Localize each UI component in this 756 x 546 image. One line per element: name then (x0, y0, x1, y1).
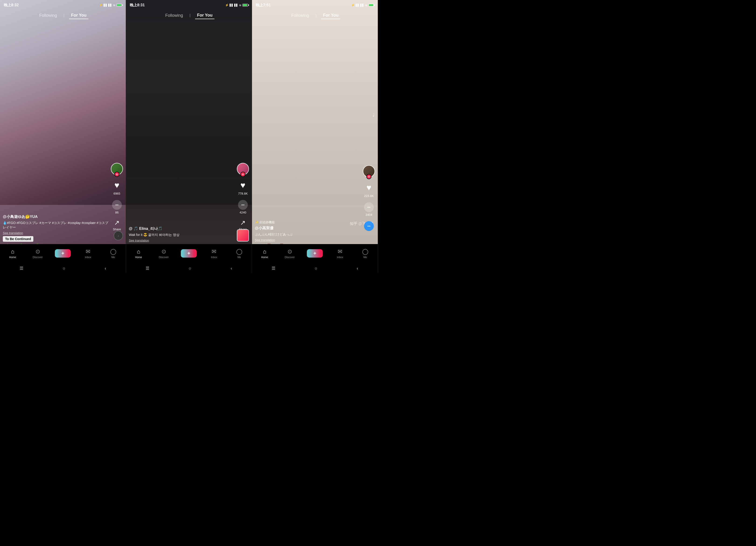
home-icon-3: ⌂ (263, 248, 266, 255)
like-count-1: 6965 (114, 192, 120, 195)
sys-home-3[interactable]: ○ (315, 266, 317, 271)
comment-icon-1: ••• (112, 200, 122, 210)
nav-discover-2[interactable]: ⊙ Discover (157, 248, 171, 259)
username-1: @小鳥遊ゆあ🤔YUA (3, 214, 109, 219)
float-action-btn-3[interactable]: ••• (364, 221, 374, 231)
comment-button-2[interactable]: ••• 4240 (238, 200, 248, 214)
music-disk-1: ♪ (114, 231, 123, 240)
sys-back-3[interactable]: ‹ (357, 266, 358, 271)
nav-me-3[interactable]: ◯ Me (358, 248, 372, 259)
status-bar-2: 晚上8:31 ⚡ ▋▋ ▋▋ ≋ (126, 0, 252, 10)
plus-button-2[interactable]: + (183, 249, 195, 258)
video-overlay-2 (126, 0, 252, 205)
video-thumbnail-2[interactable] (237, 229, 249, 241)
bottom-content-3: ✨ 顔追跡機能 @小高実優 ぷんぷん#顔だけどあっぷ See translati… (255, 220, 361, 247)
discover-icon-1: ⊙ (35, 248, 40, 255)
plus-button-3[interactable]: + (309, 249, 321, 258)
me-icon-1: ◯ (110, 248, 116, 255)
nav-inbox-2[interactable]: ✉ Inbox (207, 248, 221, 259)
sys-back-2[interactable]: ‹ (231, 266, 232, 271)
nav-home-1[interactable]: ⌂ Home (6, 248, 20, 259)
tab-foryou-1[interactable]: For You (69, 12, 88, 19)
bottom-nav-3: ⌂ Home ⊙ Discover + ✉ Inbox ◯ Me (252, 244, 378, 265)
caption-3: ぷんぷん#顔だけどあっぷ (255, 232, 361, 237)
sys-home-2[interactable]: ○ (189, 266, 191, 271)
nav-sep-1: | (63, 13, 64, 17)
sys-nav-2: ☰ ○ ‹ (126, 264, 252, 273)
heart-icon-2: ♥ (237, 180, 249, 191)
comment-icon-2: ••• (238, 200, 248, 210)
nav-plus-3[interactable]: + (308, 249, 322, 258)
status-time-3: 晚上7:51 (256, 3, 271, 8)
nav-home-3[interactable]: ⌂ Home (258, 248, 272, 259)
nav-inbox-1[interactable]: ✉ Inbox (81, 248, 95, 259)
see-translation-3[interactable]: See translation (255, 238, 361, 242)
tab-foryou-2[interactable]: For You (195, 12, 214, 19)
avatar-container-3[interactable]: + (363, 165, 375, 177)
nav-discover-label-1: Discover (33, 256, 43, 259)
sys-menu-2[interactable]: ☰ (146, 266, 149, 271)
username-3: @小高実優 (255, 226, 361, 231)
video-overlay-3 (252, 0, 378, 205)
battery-icon-2 (242, 4, 248, 7)
battery-fill-2 (243, 4, 247, 6)
share-icon-1: ↗ (114, 219, 119, 227)
see-translation-2[interactable]: See translation (129, 239, 235, 242)
status-bar-1: 晚上8:32 ⚡ ▋▋ ▋▋ ≋ (0, 0, 126, 10)
sys-back-1[interactable]: ‹ (105, 266, 106, 271)
comment-count-1: 86 (115, 211, 119, 214)
bottom-nav-2: ⌂ Home ⊙ Discover + ✉ Inbox ◯ Me (126, 244, 252, 265)
discover-icon-2: ⊙ (161, 248, 166, 255)
nav-discover-3[interactable]: ⊙ Discover (283, 248, 297, 259)
bottom-content-1: @小鳥遊ゆあ🤔YUA 💧#FGO #FGOコスプレ #カーマ #コスプレ #co… (3, 214, 109, 247)
comment-button-1[interactable]: ••• 86 (112, 200, 122, 214)
tab-foryou-3[interactable]: For You (321, 12, 340, 19)
signal-icon-2: ▋▋ (230, 4, 233, 7)
nav-home-2[interactable]: ⌂ Home (132, 248, 146, 259)
nav-discover-1[interactable]: ⊙ Discover (31, 248, 45, 259)
comment-count-2: 4240 (240, 211, 246, 214)
wifi-icon-3: ≋ (365, 3, 367, 7)
avatar-plus-3[interactable]: + (366, 174, 371, 179)
sys-home-1[interactable]: ○ (63, 266, 65, 271)
share-button-1[interactable]: ↗ Share (113, 219, 121, 231)
sys-menu-3[interactable]: ☰ (272, 266, 275, 271)
nav-me-label-2: Me (237, 256, 241, 259)
plus-button-1[interactable]: + (57, 249, 69, 258)
sys-menu-1[interactable]: ☰ (20, 266, 23, 271)
wifi-icon-1: ≋ (113, 3, 115, 7)
music-note-indicator-3: ♩ (372, 112, 375, 118)
tab-following-3[interactable]: Following (289, 12, 311, 19)
nav-tabs-3: Following | For You (252, 10, 378, 21)
like-button-3[interactable]: ♥ 215.8K (363, 182, 375, 198)
battery-icon-1 (116, 4, 122, 7)
tab-following-2[interactable]: Following (163, 12, 185, 19)
signal-icon-3: ▋▋ (356, 4, 359, 7)
nav-inbox-3[interactable]: ✉ Inbox (333, 248, 347, 259)
like-count-2: 778.8K (238, 192, 248, 195)
battery-icon-3 (368, 4, 374, 7)
right-actions-2: + ♥ 778.8K ••• 4240 ↗ Share (237, 163, 249, 231)
effect-badge-3: ✨ 顔追跡機能 (255, 220, 361, 224)
like-button-1[interactable]: ♥ 6965 (111, 180, 123, 195)
nav-plus-1[interactable]: + (56, 249, 70, 258)
nav-sep-2: | (189, 13, 190, 17)
avatar-container-2[interactable]: + (237, 163, 249, 175)
comment-button-3[interactable]: ••• 2404 (364, 202, 374, 217)
sys-nav-1: ☰ ○ ‹ (0, 264, 126, 273)
video-overlay-1 (0, 0, 126, 205)
right-actions-1: + ♥ 6965 ••• 86 ↗ Share (111, 163, 123, 231)
phone-panel-1: 晚上8:32 ⚡ ▋▋ ▋▋ ≋ Following | For You + ♥… (0, 0, 126, 273)
nav-me-2[interactable]: ◯ Me (232, 248, 246, 259)
nav-home-label-3: Home (261, 256, 268, 259)
avatar-plus-2[interactable]: + (240, 172, 245, 177)
like-button-2[interactable]: ♥ 778.8K (237, 180, 249, 195)
avatar-plus-1[interactable]: + (114, 172, 119, 177)
avatar-container-1[interactable]: + (111, 163, 123, 175)
nav-me-1[interactable]: ◯ Me (106, 248, 120, 259)
see-translation-1[interactable]: See translation (3, 231, 109, 235)
nav-plus-2[interactable]: + (182, 249, 196, 258)
nav-tabs-2: Following | For You (126, 10, 252, 21)
bluetooth-icon-1: ⚡ (99, 3, 103, 7)
tab-following-1[interactable]: Following (37, 12, 59, 19)
